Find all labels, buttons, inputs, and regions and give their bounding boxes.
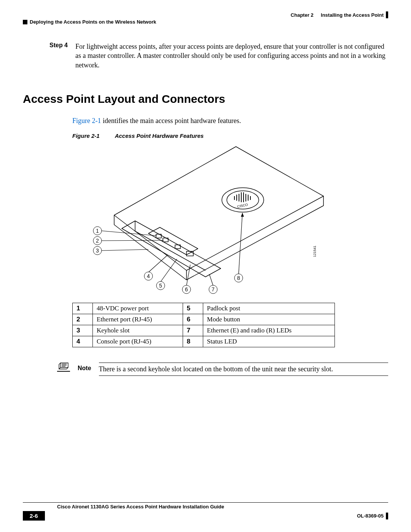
note-text: There is a second keyhole slot located o… <box>99 363 388 376</box>
note-icon <box>57 362 70 372</box>
table-row: 2 Ethernet port (RJ-45) 6 Mode button <box>73 314 335 325</box>
running-head-left: Deploying the Access Points on the Wirel… <box>23 19 156 25</box>
part-desc: Padlock post <box>203 303 335 314</box>
callout-6: 6 <box>185 286 188 292</box>
callout-2: 2 <box>96 238 99 244</box>
part-desc: Ethernet (E) and radio (R) LEDs <box>203 325 335 336</box>
figure-title: Access Point Hardware Features <box>115 133 204 139</box>
callout-1: 1 <box>96 228 99 234</box>
callout-3: 3 <box>96 248 99 254</box>
section-title: Deploying the Access Points on the Wirel… <box>30 19 156 25</box>
chapter-title: Installing the Access Point <box>321 12 384 18</box>
callout-4: 4 <box>147 273 150 279</box>
image-id: 121541 <box>313 246 317 257</box>
doc-id: OL-8369-05 <box>357 513 384 519</box>
part-num: 4 <box>73 336 93 347</box>
intro-paragraph: Figure 2-1 identifies the main access po… <box>72 117 388 125</box>
table-row: 1 48-VDC power port 5 Padlock post <box>73 303 335 314</box>
svg-line-19 <box>161 259 177 282</box>
guide-title: Cisco Aironet 1130AG Series Access Point… <box>57 504 224 510</box>
figure-diagram: CISCO 1 2 3 <box>72 143 335 295</box>
step-text: For lightweight access points, after you… <box>75 42 388 70</box>
part-desc: 48-VDC power port <box>93 303 183 314</box>
part-num: 8 <box>183 336 203 347</box>
svg-text:CISCO: CISCO <box>237 203 248 209</box>
callout-7: 7 <box>212 286 215 292</box>
running-head-right: Chapter 2 Installing the Access Point <box>291 11 388 18</box>
part-desc: Console port (RJ-45) <box>93 336 183 347</box>
part-num: 2 <box>73 314 93 325</box>
svg-line-17 <box>101 249 148 251</box>
section-heading: Access Point Layout and Connectors <box>23 93 388 105</box>
svg-line-22 <box>239 213 242 274</box>
header-bullet-icon <box>23 20 27 24</box>
svg-line-16 <box>101 240 164 241</box>
parts-table: 1 48-VDC power port 5 Padlock post 2 Eth… <box>72 303 335 347</box>
svg-point-4 <box>222 188 264 212</box>
part-desc: Keyhole slot <box>93 325 183 336</box>
callout-5: 5 <box>159 283 162 289</box>
figure-label: Figure 2-1 <box>72 133 100 139</box>
part-num: 5 <box>183 303 203 314</box>
note-block: Note There is a second keyhole slot loca… <box>57 363 388 376</box>
part-num: 7 <box>183 325 203 336</box>
svg-line-21 <box>209 274 213 286</box>
page-footer: Cisco Aironet 1130AG Series Access Point… <box>23 502 388 521</box>
part-num: 3 <box>73 325 93 336</box>
part-num: 1 <box>73 303 93 314</box>
table-row: 4 Console port (RJ-45) 8 Status LED <box>73 336 335 347</box>
callout-8: 8 <box>237 275 240 281</box>
chapter-label: Chapter 2 <box>291 12 314 18</box>
note-label: Note <box>78 365 91 372</box>
footer-rule <box>386 513 388 519</box>
step-row: Step 4 For lightweight access points, af… <box>49 42 388 70</box>
svg-line-18 <box>148 255 167 272</box>
figure-caption: Figure 2-1Access Point Hardware Features <box>72 133 388 139</box>
part-desc: Mode button <box>203 314 335 325</box>
step-label: Step 4 <box>49 42 68 49</box>
table-row: 3 Keyhole slot 7 Ethernet (E) and radio … <box>73 325 335 336</box>
figure-xref-link[interactable]: Figure 2-1 <box>72 117 101 125</box>
part-desc: Status LED <box>203 336 335 347</box>
part-desc: Ethernet port (RJ-45) <box>93 314 183 325</box>
page-number: 2-6 <box>23 511 45 521</box>
svg-rect-3 <box>186 251 193 256</box>
svg-marker-23 <box>241 213 244 217</box>
header-rule <box>386 11 388 18</box>
intro-rest: identifies the main access point hardwar… <box>101 117 241 125</box>
svg-line-20 <box>186 265 190 286</box>
part-num: 6 <box>183 314 203 325</box>
